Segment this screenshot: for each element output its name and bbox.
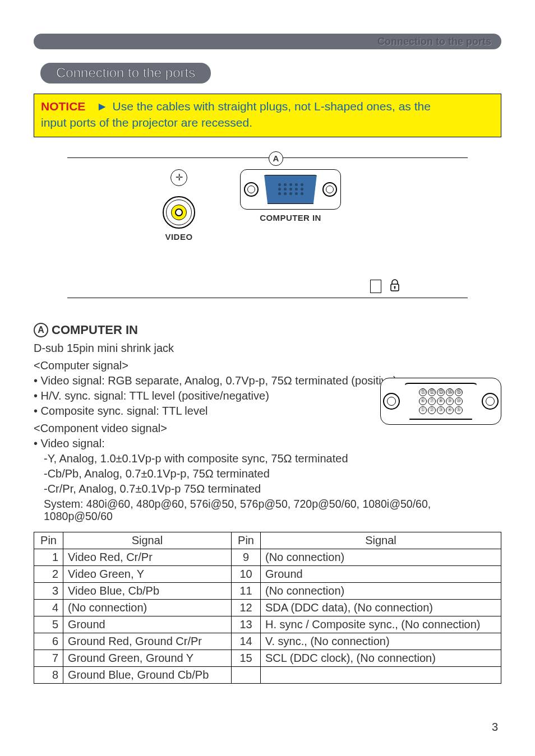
section-a-subtitle: D-sub 15pin mini shrink jack xyxy=(34,342,501,355)
lock-icon xyxy=(389,279,400,294)
table-row: 7Ground Green, Ground Y15SCL (DDC clock)… xyxy=(34,650,501,666)
table-cell: Ground Red, Ground Cr/Pr xyxy=(63,633,232,650)
table-cell: Video Blue, Cb/Pb xyxy=(63,582,232,599)
page-number: 3 xyxy=(492,721,498,734)
pin-number-icon: ⑬ xyxy=(437,388,445,396)
pin-number-icon: ⑨ xyxy=(446,397,454,405)
port-diagram: A ✛ VIDEO COMPUTER IN xyxy=(67,157,468,298)
system-line: System: 480i@60, 480p@60, 576i@50, 576p@… xyxy=(34,498,501,523)
rca-jack-icon xyxy=(163,196,195,229)
section-title-text: Connection to the ports xyxy=(56,65,195,80)
conn-trapezoid-icon: ⑪⑫⑬⑭⑮ ⑥⑦⑧⑨⑩ ①②③④⑤ xyxy=(403,383,479,420)
table-cell: Ground Green, Ground Y xyxy=(63,650,232,666)
table-cell: 15 xyxy=(232,650,261,666)
dsub-screw-left-icon xyxy=(244,182,259,197)
conn-screw-left-icon xyxy=(383,393,400,410)
pin-number-icon: ⑧ xyxy=(437,397,445,405)
table-cell: 8 xyxy=(34,666,63,683)
diagram-bottom-border xyxy=(67,298,468,298)
table-cell: 12 xyxy=(232,599,261,616)
table-cell xyxy=(261,666,501,683)
section-a-title: COMPUTER IN xyxy=(52,323,138,337)
section-title-pill: Connection to the ports xyxy=(40,63,211,84)
table-cell: V. sync., (No connection) xyxy=(261,633,501,650)
callout-a: A xyxy=(269,151,283,166)
component-line-2: -Cb/Pb, Analog, 0.7±0.1Vp-p, 75Ω termina… xyxy=(34,467,501,480)
pin-table: Pin Signal Pin Signal 1Video Red, Cr/Pr9… xyxy=(34,532,501,684)
table-row: 2Video Green, Y10Ground xyxy=(34,565,501,582)
table-cell: 14 xyxy=(232,633,261,650)
table-cell: H. sync / Composite sync., (No connectio… xyxy=(261,616,501,633)
dsub-pinout-drawing: ⑪⑫⑬⑭⑮ ⑥⑦⑧⑨⑩ ①②③④⑤ xyxy=(380,373,501,429)
pin-number-icon: ⑫ xyxy=(428,388,436,396)
section-a-letter-icon: A xyxy=(34,323,48,337)
svg-rect-2 xyxy=(394,287,395,289)
table-row: 3Video Blue, Cb/Pb11(No connection) xyxy=(34,582,501,599)
security-slot-icon xyxy=(370,280,381,293)
table-cell: 4 xyxy=(34,599,63,616)
table-cell: (No connection) xyxy=(261,582,501,599)
table-cell: 9 xyxy=(232,549,261,565)
video-label: VIDEO xyxy=(165,232,192,242)
th-pin-1: Pin xyxy=(34,532,63,549)
notice-text-2: input ports of the projector are recesse… xyxy=(41,116,252,129)
screw-icon: ✛ xyxy=(170,169,187,186)
dsub-connector-icon xyxy=(262,175,319,204)
video-port-block: ✛ VIDEO xyxy=(163,169,195,242)
pin-number-icon: ③ xyxy=(437,406,445,414)
pin-number-icon: ① xyxy=(419,406,427,414)
computer-in-block: COMPUTER IN xyxy=(240,169,341,222)
table-cell: 3 xyxy=(34,582,63,599)
header-bar: Connection to the ports xyxy=(34,34,501,49)
table-cell: Ground xyxy=(63,616,232,633)
pin-number-icon: ⑪ xyxy=(419,388,427,396)
table-cell: Video Green, Y xyxy=(63,565,232,582)
table-cell: Ground xyxy=(261,565,501,582)
table-row: 1Video Red, Cr/Pr9(No connection) xyxy=(34,549,501,565)
pin-number-icon: ⑭ xyxy=(446,388,454,396)
notice-box: NOTICE ► Use the cables with straight pl… xyxy=(34,94,501,137)
table-cell: SDA (DDC data), (No connection) xyxy=(261,599,501,616)
header-breadcrumb: Connection to the ports xyxy=(377,36,491,48)
table-cell: 13 xyxy=(232,616,261,633)
table-cell: 10 xyxy=(232,565,261,582)
th-signal-1: Signal xyxy=(63,532,232,549)
section-a: A COMPUTER IN D-sub 15pin mini shrink ja… xyxy=(34,323,501,523)
notice-text-1: Use the cables with straight plugs, not … xyxy=(113,100,431,113)
pin-number-icon: ⑦ xyxy=(428,397,436,405)
conn-screw-right-icon xyxy=(482,393,499,410)
pin-number-icon: ② xyxy=(428,406,436,414)
pin-number-icon: ⑩ xyxy=(455,397,463,405)
pin-number-icon: ④ xyxy=(446,406,454,414)
pin-number-icon: ⑥ xyxy=(419,397,427,405)
table-cell: 5 xyxy=(34,616,63,633)
table-header-row: Pin Signal Pin Signal xyxy=(34,532,501,549)
table-cell: 6 xyxy=(34,633,63,650)
th-signal-2: Signal xyxy=(261,532,501,549)
table-cell: Video Red, Cr/Pr xyxy=(63,549,232,565)
table-cell: 2 xyxy=(34,565,63,582)
component-line-3: -Cr/Pr, Analog, 0.7±0.1Vp-p 75Ω terminat… xyxy=(34,483,501,495)
component-lead: • Video signal: xyxy=(34,437,501,450)
table-row: 8Ground Blue, Ground Cb/Pb xyxy=(34,666,501,683)
table-row: 5Ground13H. sync / Composite sync., (No … xyxy=(34,616,501,633)
table-row: 4(No connection)12SDA (DDC data), (No co… xyxy=(34,599,501,616)
table-cell: Ground Blue, Ground Cb/Pb xyxy=(63,666,232,683)
table-cell: SCL (DDC clock), (No connection) xyxy=(261,650,501,666)
table-cell: 7 xyxy=(34,650,63,666)
table-cell: (No connection) xyxy=(63,599,232,616)
th-pin-2: Pin xyxy=(232,532,261,549)
pin-number-icon: ⑮ xyxy=(455,388,463,396)
table-cell: 1 xyxy=(34,549,63,565)
notice-label: NOTICE xyxy=(41,100,85,113)
table-cell xyxy=(232,666,261,683)
table-row: 6Ground Red, Ground Cr/Pr14V. sync., (No… xyxy=(34,633,501,650)
computer-signal-header: <Computer signal> xyxy=(34,359,501,372)
notice-arrow-icon: ► xyxy=(96,100,108,113)
component-line-1: -Y, Analog, 1.0±0.1Vp-p with composite s… xyxy=(34,452,501,465)
dsub-screw-right-icon xyxy=(322,182,337,197)
table-cell: (No connection) xyxy=(261,549,501,565)
pin-number-icon: ⑤ xyxy=(455,406,463,414)
table-cell: 11 xyxy=(232,582,261,599)
computer-in-label: COMPUTER IN xyxy=(260,213,321,222)
